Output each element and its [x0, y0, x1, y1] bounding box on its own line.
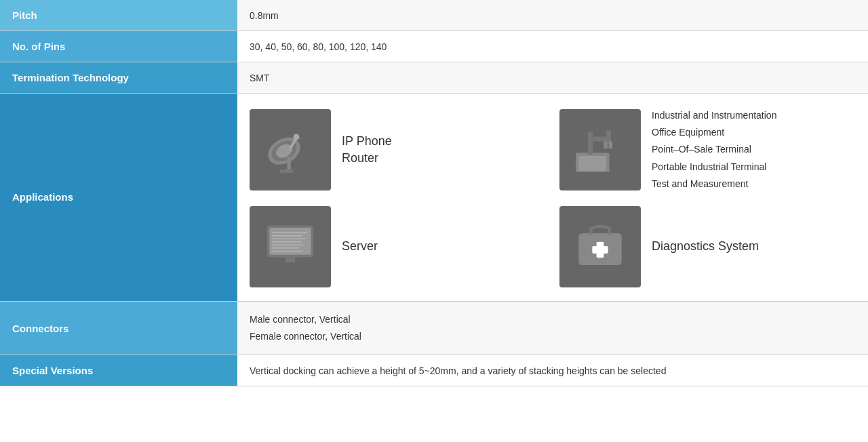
svg-rect-14: [574, 172, 611, 176]
diagnostics-icon: [559, 206, 641, 287]
svg-rect-12: [604, 141, 607, 148]
svg-rect-6: [280, 169, 294, 173]
satellite-dish-icon: [250, 109, 331, 190]
app-item-phone: IP PhoneRouter: [250, 107, 546, 193]
connector-line2: Female connector, Vertical: [250, 331, 361, 342]
svg-rect-13: [609, 141, 612, 148]
app-item-industrial: Industrial and Instrumentation Office Eq…: [559, 107, 856, 193]
app-item-server: Server: [250, 206, 546, 287]
pitch-label: Pitch: [0, 0, 237, 31]
termination-value: SMT: [237, 62, 868, 94]
server-label: Server: [342, 238, 378, 255]
connectors-value: Male connector, Vertical Female connecto…: [237, 301, 868, 355]
special-label: Special Versions: [0, 355, 237, 386]
svg-rect-25: [277, 262, 304, 266]
phone-router-label: IP PhoneRouter: [342, 133, 392, 167]
diagnostics-label: Diagnostics System: [652, 238, 759, 255]
termination-label: Termination Technology: [0, 62, 237, 94]
app-item-diagnostics: Diagnostics System: [559, 206, 856, 287]
svg-rect-9: [588, 132, 593, 155]
svg-rect-29: [592, 246, 608, 254]
special-value: Vertical docking can achieve a height of…: [237, 355, 868, 386]
pitch-value: 0.8mm: [237, 0, 868, 31]
applications-content: IP PhoneRouter: [237, 94, 868, 302]
svg-rect-5: [288, 157, 291, 171]
pins-label: No. of Pins: [0, 31, 237, 62]
connector-line1: Male connector, Vertical: [250, 314, 351, 325]
svg-rect-8: [579, 156, 607, 172]
industrial-list: Industrial and Instrumentation Office Eq…: [652, 107, 776, 193]
svg-rect-24: [285, 257, 295, 263]
connectors-label: Connectors: [0, 301, 237, 355]
industrial-icon: [559, 109, 641, 190]
applications-label: Applications: [0, 94, 237, 302]
svg-point-4: [294, 134, 300, 140]
server-icon: [250, 206, 331, 287]
svg-rect-10: [593, 136, 608, 141]
pins-value: 30, 40, 50, 60, 80, 100, 120, 140: [237, 31, 868, 62]
